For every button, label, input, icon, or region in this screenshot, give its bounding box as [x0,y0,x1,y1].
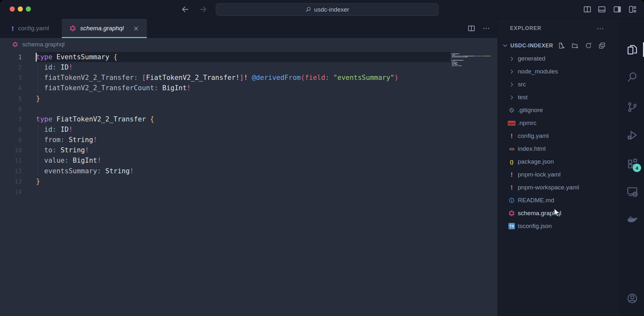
project-section-header[interactable]: USDC-INDEXER [498,39,620,52]
tab-config-yaml[interactable]: ! config.yaml [4,19,57,38]
command-center-search[interactable]: usdc-indexer [216,3,439,16]
code-line[interactable]: 11 value: BigInt! [0,155,497,166]
run-debug-icon [626,129,638,141]
code-text: type FiatTokenV2_2_Transfer { [36,115,154,123]
chevron-right-icon [508,55,516,62]
code-text: fiatTokenV2_2_Transfer: [FiatTokenV2_2_T… [36,74,398,81]
file-name: src [518,81,526,88]
code-line[interactable]: 14 [0,187,497,197]
folder-item-src[interactable]: src [498,78,620,91]
activity-search-button[interactable] [620,69,644,85]
new-file-icon[interactable] [558,42,565,49]
npm-icon: npm [508,120,516,127]
code-line[interactable]: 6 [0,104,497,114]
customize-layout-icon[interactable] [628,5,637,14]
remote-explorer-icon [626,186,638,197]
split-columns-icon[interactable] [583,5,592,14]
code-line[interactable]: 5} [0,93,497,104]
docker-icon [626,213,638,225]
source-control-icon [626,101,638,113]
code-text: } [36,95,40,102]
file-item-package-json[interactable]: {}package.json [498,155,620,168]
more-actions-icon[interactable] [482,24,490,33]
line-number: 2 [0,64,29,71]
window-close-button[interactable] [10,6,15,12]
code-text: id: ID! [36,126,73,133]
minimap[interactable] [451,53,491,69]
folder-item-node-modules[interactable]: node_modules [498,65,620,78]
json-icon: {} [508,158,516,165]
window-minimize-button[interactable] [18,6,23,12]
yaml-warning-icon: ! [508,184,516,191]
file-name: README.md [518,197,554,204]
activity-extensions-button[interactable]: 4 [620,155,644,171]
file-name: config.yaml [518,132,549,139]
editor-pane: ! config.yaml schema.graphql schema.grap… [0,19,497,316]
activity-explorer-button[interactable] [620,42,644,58]
sidebar-right-icon[interactable] [613,5,622,14]
search-icon [626,71,638,83]
file-item-README-md[interactable]: README.md [498,194,620,207]
text-cursor [36,53,37,62]
folder-item-generated[interactable]: generated [498,52,620,65]
search-icon [305,6,311,13]
line-number: 9 [0,136,29,143]
code-line[interactable]: 1type EventsSummary { [0,52,497,62]
activity-account-button[interactable] [620,290,644,306]
code-text: fiatTokenV2_2_TransferCount: BigInt! [36,84,191,92]
code-line[interactable]: 2 id: ID! [0,62,497,72]
file-item-tsconfig-json[interactable]: TStsconfig.json [498,220,620,233]
code-text: from: String! [36,136,97,144]
code-editor[interactable]: 1type EventsSummary {2 id: ID!3 fiatToke… [0,51,497,316]
refresh-icon[interactable] [585,42,592,49]
tab-bar: ! config.yaml schema.graphql [0,19,497,38]
file-item-config-yaml[interactable]: !config.yaml [498,129,620,142]
explorer-more-icon[interactable] [596,24,604,33]
file-item-npmrc[interactable]: npm.npmrc [498,117,620,129]
file-item-pnpm-workspace-yaml[interactable]: !pnpm-workspace.yaml [498,181,620,194]
file-name: package.json [518,158,554,165]
folder-item-test[interactable]: test [498,91,620,104]
line-number: 7 [0,116,29,123]
explorer-sidebar: EXPLORER USDC-INDEXER generatednode_modu… [497,19,620,316]
activity-remote-explorer-button[interactable] [620,183,644,199]
file-item-index-html[interactable]: <>index.html [498,142,620,155]
new-folder-icon[interactable] [571,42,579,49]
code-line[interactable]: 8 id: ID! [0,124,497,135]
account-icon [626,292,638,304]
split-editor-icon[interactable] [467,24,476,33]
code-line[interactable]: 4 fiatTokenV2_2_TransferCount: BigInt! [0,83,497,93]
line-number: 1 [0,53,29,61]
file-item-gitignore[interactable]: .gitignore [498,104,620,117]
chevron-down-icon[interactable] [502,43,508,49]
code-line[interactable]: 3 fiatTokenV2_2_Transfer: [FiatTokenV2_2… [0,72,497,83]
panel-bottom-icon[interactable] [597,5,606,14]
line-number: 5 [0,95,29,102]
chevron-right-icon [508,68,516,75]
chevron-right-icon [508,94,516,101]
code-line[interactable]: 10 to: String! [0,145,497,155]
explorer-title: EXPLORER [510,25,542,31]
breadcrumb[interactable]: schema.graphql [0,38,497,51]
graphql-icon [508,210,516,217]
back-arrow-icon[interactable] [180,5,190,14]
file-name: .gitignore [518,107,543,114]
tab-schema-graphql[interactable]: schema.graphql [62,19,147,38]
activity-source-control-button[interactable] [620,99,644,115]
line-number: 11 [0,157,29,164]
close-icon[interactable] [133,25,139,32]
code-line[interactable]: 13} [0,176,497,187]
file-name: test [518,94,528,101]
explorer-icon [626,44,638,56]
code-text: } [36,177,40,185]
window-zoom-button[interactable] [26,6,31,12]
file-item-pnpm-lock-yaml[interactable]: !pnpm-lock.yaml [498,168,620,181]
collapse-all-icon[interactable] [598,42,606,49]
activity-run-debug-button[interactable] [620,127,644,143]
code-line[interactable]: 9 from: String! [0,135,497,145]
activity-docker-button[interactable] [620,211,644,227]
forward-arrow-icon[interactable] [198,5,208,14]
project-name: USDC-INDEXER [510,43,553,49]
code-line[interactable]: 7type FiatTokenV2_2_Transfer { [0,114,497,124]
code-line[interactable]: 12 eventsSummary: String! [0,166,497,176]
